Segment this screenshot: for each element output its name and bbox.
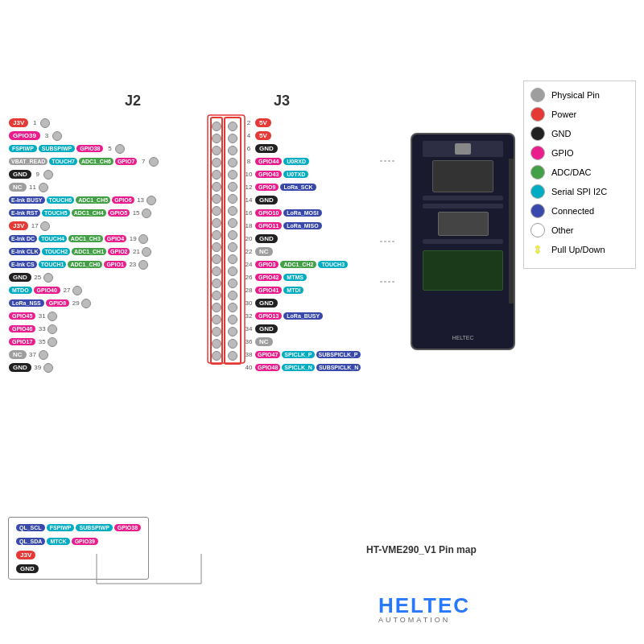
board-detail-3 bbox=[423, 239, 504, 244]
pin-num: 24 bbox=[243, 261, 254, 268]
j2-section: J3V 1 GPIO39 3 FSPIWP SUBSPIWP GPIO38 5 … bbox=[8, 117, 159, 374]
pin-label: E-Ink BUSY bbox=[9, 196, 45, 204]
pin-label: GPIO8 bbox=[46, 299, 69, 307]
pin-label: NC bbox=[9, 183, 27, 192]
pin-label: TOUCH1 bbox=[39, 261, 67, 268]
pin-label: GPIO2 bbox=[108, 248, 130, 255]
pin-circle bbox=[72, 286, 82, 295]
board-pins-right bbox=[509, 159, 514, 303]
pin-label: MTCK bbox=[47, 538, 69, 545]
pin-circle bbox=[147, 196, 156, 205]
pin-num: 32 bbox=[243, 312, 254, 320]
pin-circle bbox=[115, 144, 125, 154]
pin-circle bbox=[142, 247, 151, 257]
pin-circle-17 bbox=[212, 218, 221, 228]
pin-circle-2 bbox=[228, 122, 237, 131]
pin-label: LoRa_NSS bbox=[9, 299, 44, 307]
pin-num: 33 bbox=[36, 325, 47, 332]
bottom-connector-box: QL_SCL FSPIWP SUBSPIWP GPIO38 QL_SDA MTC… bbox=[8, 517, 149, 580]
pin-label: J3V bbox=[9, 118, 28, 127]
pin-circle bbox=[39, 350, 48, 360]
pin-num: 11 bbox=[27, 184, 39, 191]
pin-label: GND bbox=[9, 273, 31, 282]
pin-label: GPIO5 bbox=[108, 209, 130, 217]
pin-num: 29 bbox=[70, 299, 81, 307]
pin-num: 21 bbox=[130, 248, 142, 255]
pin-circle-20 bbox=[228, 230, 237, 240]
pin-num: 38 bbox=[243, 351, 254, 358]
pin-label: ADC1_CH6 bbox=[79, 158, 114, 165]
pin-num: 4 bbox=[243, 132, 254, 139]
physical-pin-dot bbox=[530, 88, 545, 102]
pin-circle-14 bbox=[228, 194, 237, 204]
pin-label: ADC1_CH1 bbox=[72, 248, 106, 255]
pin-circle-28 bbox=[228, 279, 237, 288]
pin-label: GND bbox=[255, 144, 278, 153]
pin-label: GPIO41 bbox=[255, 287, 282, 294]
pin-circle-25 bbox=[212, 266, 221, 276]
pin-circle-23 bbox=[212, 254, 221, 264]
connected-dot bbox=[530, 204, 545, 218]
pin-num: 5 bbox=[104, 145, 115, 152]
pin-num: 14 bbox=[243, 196, 254, 204]
pin-num: 6 bbox=[243, 145, 254, 152]
pin-label: GPIO39 bbox=[9, 131, 40, 140]
pin-num: 34 bbox=[243, 325, 254, 332]
pin-label: MTDO bbox=[9, 287, 32, 294]
pin-circle-36 bbox=[228, 327, 237, 336]
pin-label: GPIO42 bbox=[255, 274, 282, 281]
pcb-board: HELTEC bbox=[411, 133, 515, 350]
board-antenna-area bbox=[423, 250, 504, 291]
pin-circle-9 bbox=[212, 170, 221, 180]
pin-label: TOUCH5 bbox=[42, 209, 70, 217]
pin-label: MTMS bbox=[283, 274, 307, 281]
legend-label-spi: Serial SPI I2C bbox=[551, 187, 607, 196]
pin-circle-35 bbox=[212, 327, 221, 336]
legend-gnd: GND bbox=[530, 126, 629, 141]
pin-label: GND bbox=[9, 170, 31, 179]
pin-label: GPIO45 bbox=[9, 312, 35, 320]
pin-label: E-Ink CS bbox=[9, 261, 37, 268]
pin-label: ADC1_CH3 bbox=[68, 235, 103, 242]
pin-num: 3 bbox=[41, 132, 52, 139]
pin-circle-18 bbox=[228, 218, 237, 228]
pin-label: GPIO17 bbox=[9, 338, 35, 345]
pin-circle-13 bbox=[212, 194, 221, 204]
pin-num: 39 bbox=[32, 364, 43, 371]
pin-label: GPIO1 bbox=[104, 261, 126, 268]
pin-circle-12 bbox=[228, 182, 237, 192]
legend-label-connected: Connected bbox=[551, 206, 594, 216]
pin-label: FSPIWP bbox=[47, 524, 75, 531]
pin-label: SUBSPIWP bbox=[39, 145, 75, 152]
pin-circle bbox=[43, 273, 53, 283]
heltec-logo: HELTEC AUTOMATION bbox=[378, 593, 470, 624]
pin-label: TOUCH4 bbox=[39, 235, 67, 242]
pin-num: 27 bbox=[61, 287, 72, 294]
pin-label: GND bbox=[9, 363, 31, 372]
pin-num: 22 bbox=[243, 248, 254, 255]
pin-label: TOUCH3 bbox=[318, 261, 348, 268]
pin-label: VBAT_READ bbox=[9, 158, 47, 165]
gpio-dot bbox=[530, 146, 545, 160]
pin-num: 8 bbox=[243, 158, 254, 165]
legend-label-other: Other bbox=[551, 225, 574, 235]
pin-circle-27 bbox=[212, 279, 221, 288]
pin-circle-19 bbox=[212, 230, 221, 240]
legend-power: Power bbox=[530, 107, 629, 122]
pin-label: U0RXD bbox=[283, 158, 309, 165]
pin-num: 40 bbox=[243, 364, 254, 371]
pin-label: J3V bbox=[9, 221, 28, 230]
pin-circle-15 bbox=[212, 206, 221, 216]
pin-circle bbox=[39, 183, 48, 192]
pin-label: GPIO10 bbox=[255, 209, 282, 217]
pullupdown-icon: ⇕ bbox=[530, 242, 545, 257]
spi-dot bbox=[530, 184, 545, 199]
pin-circle-8 bbox=[228, 158, 237, 167]
pin-label: U0TXD bbox=[283, 171, 308, 178]
pin-label: GPIO13 bbox=[255, 312, 282, 320]
pin-label: TOUCH2 bbox=[42, 248, 70, 255]
pin-label: SUBSPICLK_P bbox=[316, 351, 361, 358]
pin-circle bbox=[142, 208, 151, 218]
pin-circle-34 bbox=[228, 315, 237, 324]
pin-circle bbox=[81, 299, 91, 308]
